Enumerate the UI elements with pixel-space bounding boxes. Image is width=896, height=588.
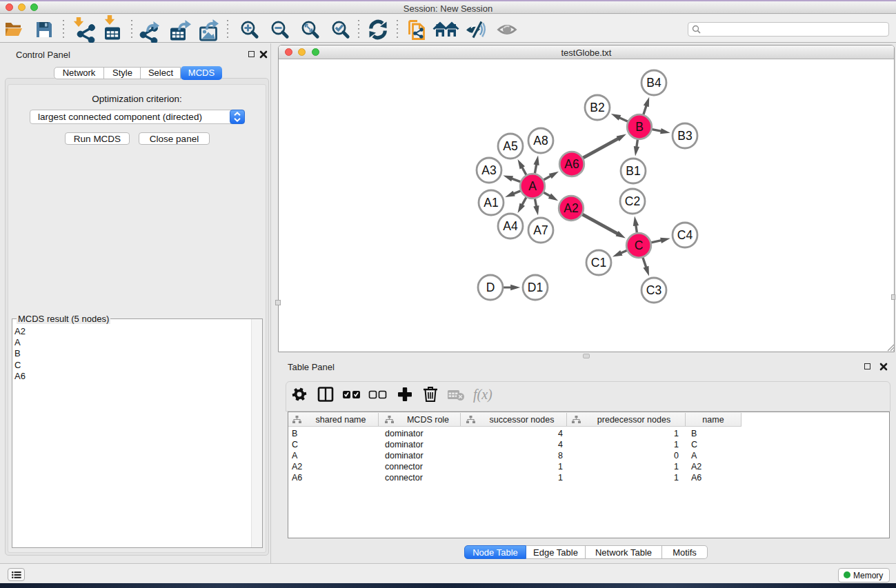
svg-text:A1: A1 bbox=[484, 196, 498, 210]
svg-text:B4: B4 bbox=[646, 76, 661, 90]
svg-text:A2: A2 bbox=[564, 201, 578, 215]
svg-text:f(x): f(x) bbox=[473, 387, 492, 403]
svg-text:C4: C4 bbox=[677, 228, 693, 242]
svg-text:D: D bbox=[486, 281, 495, 294]
svg-text:B1: B1 bbox=[626, 164, 640, 178]
svg-text:D1: D1 bbox=[528, 281, 543, 294]
svg-text:B: B bbox=[635, 120, 644, 134]
svg-text:A7: A7 bbox=[533, 223, 548, 237]
svg-text:C1: C1 bbox=[591, 256, 606, 270]
svg-text:A4: A4 bbox=[503, 219, 518, 233]
svg-text:C2: C2 bbox=[625, 194, 640, 208]
svg-text:B3: B3 bbox=[677, 129, 692, 143]
svg-text:A3: A3 bbox=[481, 163, 496, 177]
svg-text:B2: B2 bbox=[590, 101, 604, 114]
svg-text:A: A bbox=[528, 179, 537, 193]
svg-text:C3: C3 bbox=[646, 283, 661, 297]
svg-text:A6: A6 bbox=[564, 157, 579, 171]
svg-text:A8: A8 bbox=[533, 134, 548, 148]
svg-text:A5: A5 bbox=[503, 139, 517, 153]
svg-text:C: C bbox=[635, 239, 644, 252]
